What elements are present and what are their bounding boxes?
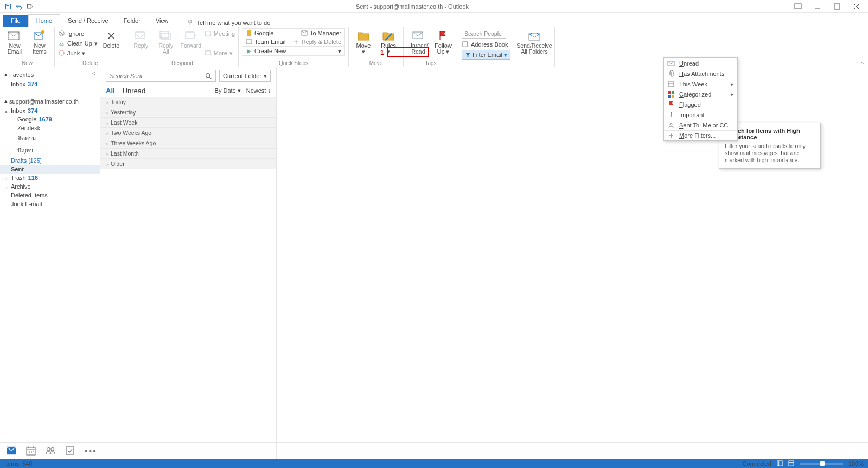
search-people-input[interactable]: Search People: [462, 29, 506, 39]
view-normal-icon[interactable]: [777, 460, 783, 467]
window-controls: [787, 3, 868, 10]
nav-mail-icon[interactable]: [7, 446, 16, 457]
group-new-label: New: [3, 60, 51, 67]
nav-sent[interactable]: Sent: [0, 165, 100, 174]
search-scope-button[interactable]: Current Folder ▾: [219, 70, 271, 82]
delete-button[interactable]: Delete: [100, 28, 123, 49]
group-last-week[interactable]: Last Week: [100, 118, 276, 128]
group-respond: Reply Reply All Forward Meeting More ▾ R…: [126, 27, 239, 67]
group-older[interactable]: Older: [100, 159, 276, 169]
undo-icon[interactable]: [15, 3, 23, 10]
move-button[interactable]: Move▾: [352, 28, 375, 55]
group-find-label: [462, 60, 510, 67]
filter-unread[interactable]: Unread: [123, 87, 146, 95]
group-last-month[interactable]: Last Month: [100, 149, 276, 159]
group-delete: Ignore Clean Up ▾ Junk ▾ Delete Delete: [55, 27, 126, 67]
qs-google[interactable]: GoogleTo Manager: [242, 28, 345, 37]
group-respond-label: Respond: [130, 60, 235, 67]
nav-junk[interactable]: Junk E-mail: [0, 200, 100, 208]
status-connected: Connected: [743, 460, 771, 467]
nav-favorites[interactable]: ▴Favorites: [0, 69, 100, 80]
nav-archive[interactable]: ▹Archive: [0, 182, 100, 191]
group-three-weeks[interactable]: Three Weeks Ago: [100, 138, 276, 149]
nav-calendar-icon[interactable]: [26, 446, 36, 457]
svg-rect-14: [186, 32, 194, 39]
junk-button[interactable]: Junk ▾: [58, 48, 98, 57]
collapse-ribbon-icon[interactable]: ^: [861, 61, 864, 67]
reply-all-button[interactable]: Reply All: [155, 28, 177, 55]
filter-this-week-item[interactable]: This Week▸: [664, 79, 737, 89]
tab-home[interactable]: Home: [28, 14, 60, 27]
filter-email-button[interactable]: Filter Email ▾: [462, 50, 510, 60]
maximize-icon[interactable]: [833, 3, 841, 10]
svg-rect-28: [672, 95, 674, 98]
filter-sent-to-item[interactable]: Sent To: Me or CC: [664, 120, 737, 130]
nav-zendesk[interactable]: Zendesk: [0, 124, 100, 132]
reply-button[interactable]: Reply: [130, 28, 152, 49]
send-receive-all-button[interactable]: Send/Receive All Folders: [518, 28, 551, 55]
nav-th2[interactable]: ปัญหา: [0, 144, 100, 156]
tell-me-search[interactable]: Tell me what you want to do: [187, 19, 271, 27]
svg-point-22: [206, 74, 210, 78]
nav-google[interactable]: Google1679: [0, 115, 100, 124]
svg-rect-4: [834, 4, 840, 9]
tab-send-receive[interactable]: Send / Receive: [60, 15, 116, 27]
filter-more-item[interactable]: +More Filters...: [664, 130, 737, 140]
filter-categorized-item[interactable]: Categorized▸: [664, 89, 737, 99]
group-today[interactable]: Today: [100, 97, 276, 107]
group-sr-label: [518, 60, 551, 67]
more-respond-button[interactable]: More ▾: [205, 48, 235, 57]
tab-file[interactable]: File: [3, 15, 28, 27]
svg-rect-27: [668, 95, 671, 98]
tab-view[interactable]: View: [148, 15, 176, 27]
nav-account[interactable]: ▴support@mailmaster.co.th: [0, 96, 100, 106]
ribbon-display-icon[interactable]: [794, 3, 802, 10]
nav-drafts[interactable]: Drafts [125]: [0, 156, 100, 165]
qat-more-icon[interactable]: [26, 3, 34, 10]
nav-th1[interactable]: ติดตาม: [0, 132, 100, 144]
save-icon[interactable]: [4, 3, 12, 10]
svg-rect-35: [777, 460, 782, 465]
nav-more-icon[interactable]: •••: [85, 446, 97, 456]
new-items-button[interactable]: New Items: [28, 28, 51, 55]
nav-collapse-icon[interactable]: <: [92, 70, 95, 76]
tab-folder[interactable]: Folder: [116, 15, 148, 27]
close-icon[interactable]: [853, 3, 860, 10]
nav-fav-inbox[interactable]: Inbox374: [0, 80, 100, 88]
address-book-button[interactable]: Address Book: [462, 40, 510, 49]
qs-create-new[interactable]: Create New▾: [242, 47, 345, 56]
view-reading-icon[interactable]: [788, 460, 794, 467]
follow-up-button[interactable]: Follow Up ▾: [432, 28, 455, 55]
group-two-weeks[interactable]: Two Weeks Ago: [100, 128, 276, 138]
svg-point-32: [47, 447, 50, 450]
nav-deleted[interactable]: Deleted Items: [0, 191, 100, 200]
new-email-button[interactable]: New Email: [3, 28, 26, 55]
ignore-button[interactable]: Ignore: [58, 29, 98, 38]
title-bar: Sent - support@mailmaster.co.th - Outloo…: [0, 0, 868, 13]
nav-inbox[interactable]: ▴Inbox374: [0, 106, 100, 115]
filter-flagged-item[interactable]: Flagged: [664, 99, 737, 110]
svg-rect-12: [162, 33, 170, 40]
tooltip-title: Search for Items with High Importance: [725, 127, 815, 140]
nav-tasks-icon[interactable]: [65, 446, 75, 457]
search-input[interactable]: [110, 73, 205, 79]
nav-people-icon[interactable]: [46, 446, 55, 457]
filter-all[interactable]: All: [106, 87, 115, 95]
zoom-level[interactable]: 100%: [848, 460, 864, 467]
clean-up-button[interactable]: Clean Up ▾: [58, 39, 98, 48]
filter-unread-item[interactable]: UUnreadnread: [664, 58, 737, 68]
filter-attachments-item[interactable]: Has Attachments: [664, 68, 737, 79]
status-bar: Items: 540 Connected 100%: [0, 459, 868, 468]
filter-important-item[interactable]: !Important: [664, 110, 737, 120]
group-move-label: Move: [352, 60, 400, 67]
sort-newest[interactable]: Newest ↓: [246, 87, 271, 94]
forward-button[interactable]: Forward: [180, 28, 202, 49]
minimize-icon[interactable]: [814, 3, 821, 10]
nav-trash[interactable]: ▹Trash116: [0, 174, 100, 182]
qs-team-email[interactable]: Team EmailReply & Delete: [242, 37, 345, 47]
search-box[interactable]: [106, 70, 216, 82]
meeting-button[interactable]: Meeting: [205, 29, 235, 38]
quick-access-toolbar: [0, 3, 38, 10]
group-yesterday[interactable]: Yesterday: [100, 107, 276, 118]
sort-by-date[interactable]: By Date ▾: [215, 87, 241, 94]
